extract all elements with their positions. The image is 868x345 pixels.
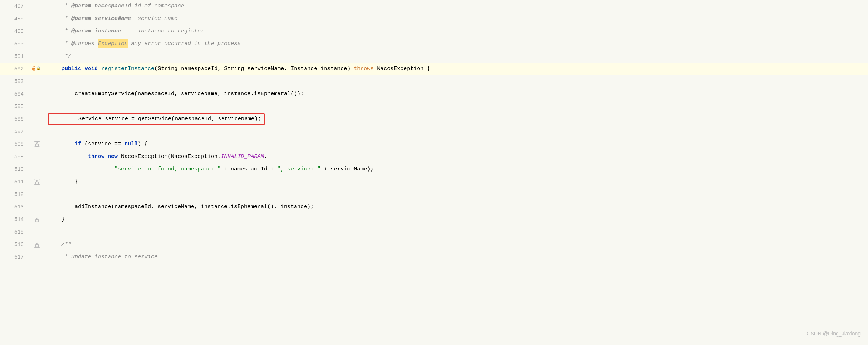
line-gutter — [30, 25, 44, 38]
line-gutter — [30, 151, 44, 163]
code-token: ) { — [138, 140, 148, 149]
line-gutter — [30, 38, 44, 50]
line-number: 514 — [0, 213, 30, 226]
line-number: 512 — [0, 188, 30, 201]
line-number: 497 — [0, 0, 30, 13]
code-token: new — [108, 152, 118, 161]
line-number: 505 — [0, 100, 30, 113]
code-line: 508 if (service == null) { — [0, 138, 868, 151]
code-line: 505 — [0, 100, 868, 113]
line-number: 511 — [0, 176, 30, 188]
lock-icon — [34, 242, 40, 248]
code-token: String — [158, 65, 178, 73]
code-token: throw — [88, 152, 104, 161]
line-number: 513 — [0, 201, 30, 213]
code-token — [81, 65, 85, 73]
code-token: Instance — [291, 65, 317, 73]
code-token: createEmptyService(namespaceId, serviceN… — [48, 90, 304, 99]
code-token: registerInstance — [101, 65, 154, 73]
line-number: 510 — [0, 163, 30, 176]
line-number: 498 — [0, 13, 30, 25]
line-number: 503 — [0, 75, 30, 88]
line-content: } — [44, 176, 868, 188]
code-line: 512 — [0, 188, 868, 201]
line-content: addInstance(namespaceId, serviceName, in… — [44, 201, 868, 213]
code-token — [52, 116, 78, 122]
line-number: 500 — [0, 38, 30, 50]
line-gutter — [30, 251, 44, 263]
line-content: "service not found, namespace: " + names… — [44, 163, 868, 176]
code-token: @throws — [71, 39, 95, 48]
code-token: instance — [91, 27, 121, 36]
code-token: /** — [48, 240, 71, 249]
line-content — [44, 125, 868, 138]
code-line: 517 * Update instance to service. — [0, 251, 868, 263]
code-line: 498 * @param serviceName service name — [0, 13, 868, 25]
code-line: 502@🔒 public void registerInstance(Strin… — [0, 63, 868, 75]
code-token: instance to register — [121, 27, 204, 36]
lock-icon: 🔒 — [35, 66, 41, 72]
code-line: 514 } — [0, 213, 868, 226]
code-token — [48, 165, 114, 174]
code-token: addInstance(namespaceId, serviceName, in… — [48, 203, 314, 211]
code-token: @param — [71, 2, 91, 11]
code-token: * — [48, 14, 71, 23]
code-token: if — [75, 140, 81, 149]
code-token: * — [48, 2, 71, 11]
code-line: 511 } — [0, 176, 868, 188]
svg-rect-0 — [35, 144, 38, 146]
code-token — [48, 140, 75, 149]
code-token: namespaceId, — [178, 65, 224, 73]
code-token: String — [224, 65, 244, 73]
line-gutter — [30, 201, 44, 213]
code-line: 497 * @param namespaceId id of namespace — [0, 0, 868, 13]
line-content: */ — [44, 50, 868, 63]
code-line: 509 throw new NacosException(NacosExcept… — [0, 151, 868, 163]
code-token: } — [48, 215, 65, 224]
line-content: throw new NacosException(NacosException.… — [44, 151, 868, 163]
line-number: 508 — [0, 138, 30, 151]
line-gutter — [30, 188, 44, 201]
line-content: * Update instance to service. — [44, 251, 868, 263]
line-gutter — [30, 75, 44, 88]
line-content — [44, 75, 868, 88]
line-content — [44, 226, 868, 238]
line-number: 501 — [0, 50, 30, 63]
at-marker-icon: @ — [32, 65, 35, 73]
line-content: } — [44, 213, 868, 226]
code-token: } — [48, 177, 78, 186]
code-editor: 497 * @param namespaceId id of namespace… — [0, 0, 868, 345]
code-token — [48, 152, 88, 161]
line-number: 515 — [0, 226, 30, 238]
code-token: INVALID_PARAM — [221, 152, 264, 161]
code-token: "service not found, namespace: " — [114, 165, 221, 174]
code-token: service name — [131, 14, 178, 23]
lock-icon — [34, 141, 40, 147]
line-content: if (service == null) { — [44, 138, 868, 151]
code-token: NacosException(NacosException. — [118, 152, 221, 161]
code-token — [98, 65, 101, 73]
line-gutter — [30, 113, 44, 125]
code-line: 499 * @param instance instance to regist… — [0, 25, 868, 38]
code-token: * Update instance to service. — [48, 253, 161, 262]
code-line: 504 createEmptyService(namespaceId, serv… — [0, 88, 868, 100]
code-token: namespaceId — [91, 2, 131, 11]
line-number: 509 — [0, 151, 30, 163]
line-number: 507 — [0, 125, 30, 138]
line-gutter: @🔒 — [30, 63, 44, 75]
watermark: CSDN @Ding_Jiaxiong — [807, 330, 861, 338]
code-line: 516 /** — [0, 238, 868, 251]
line-content: public void registerInstance(String name… — [44, 63, 868, 75]
code-token: * — [48, 39, 71, 48]
code-token: ( — [154, 65, 158, 73]
code-token: , — [264, 152, 267, 161]
lock-icon — [34, 179, 40, 185]
code-token: (service == — [81, 140, 124, 149]
svg-rect-1 — [35, 182, 38, 184]
line-content: * @param serviceName service name — [44, 13, 868, 25]
line-gutter — [30, 226, 44, 238]
line-gutter — [30, 163, 44, 176]
code-token: * — [48, 27, 71, 36]
code-token: + namespaceId + — [221, 165, 277, 174]
code-token: NacosException { — [374, 65, 430, 73]
